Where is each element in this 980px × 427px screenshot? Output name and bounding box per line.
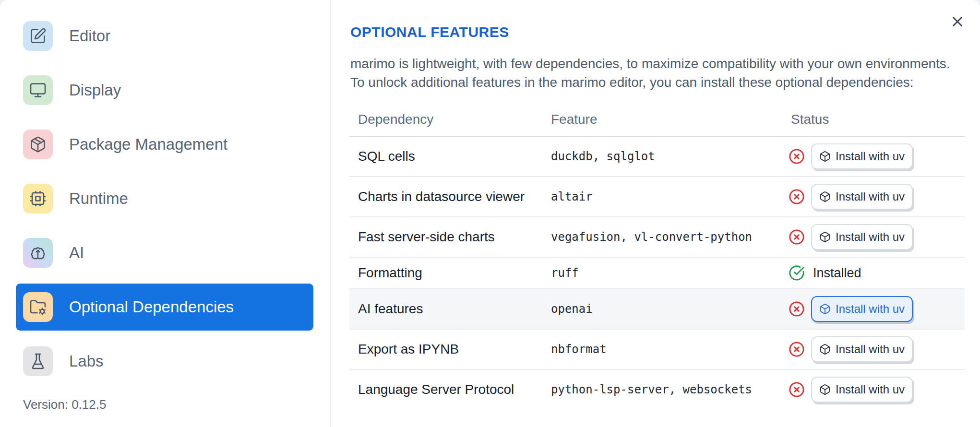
- sidebar-item-label: AI: [69, 244, 84, 262]
- settings-dialog: Editor Display Package Management Runtim…: [0, 0, 980, 427]
- sidebar-item-editor[interactable]: Editor: [16, 12, 313, 59]
- cpu-icon: [23, 184, 53, 214]
- sidebar-item-label: Editor: [69, 27, 110, 45]
- table-row: Export as IPYNB nbformat Install with uv: [349, 330, 965, 370]
- status-cell: Install with uv: [788, 296, 965, 322]
- column-header-status: Status: [788, 112, 965, 127]
- status-cell: Install with uv: [788, 143, 965, 169]
- table-row: Fast server-side charts vegafusion, vl-c…: [349, 217, 965, 258]
- feature-cell: ruff: [551, 266, 579, 280]
- sidebar-item-ai[interactable]: AI: [16, 229, 313, 276]
- feature-cell: python-lsp-server, websockets: [551, 383, 752, 396]
- sidebar-item-label: Labs: [69, 352, 104, 370]
- optional-features-table: Dependency Feature Status SQL cells duck…: [349, 103, 965, 409]
- sidebar-item-label: Display: [69, 81, 121, 99]
- dependency-cell: Language Server Protocol: [358, 382, 514, 397]
- status-cell: Install with uv: [788, 377, 965, 403]
- sidebar-item-label: Runtime: [69, 190, 128, 208]
- column-header-dependency: Dependency: [349, 112, 551, 127]
- box-icon: [819, 384, 831, 395]
- feature-cell: duckdb, sqlglot: [551, 150, 655, 163]
- install-button-label: Install with uv: [836, 230, 905, 244]
- table-row: Formatting ruff Installed: [349, 258, 965, 289]
- description-line: To unlock additional features in the mar…: [350, 73, 950, 92]
- status-missing-icon: [788, 228, 805, 246]
- status-missing-icon: [788, 381, 805, 398]
- table-row: SQL cells duckdb, sqlglot Install with u…: [349, 137, 965, 177]
- status-missing-icon: [788, 300, 805, 318]
- panel-description: marimo is lightweight, with few dependen…: [350, 54, 950, 92]
- feature-cell: altair: [551, 190, 593, 203]
- install-button-label: Install with uv: [836, 343, 905, 356]
- sidebar-nav: Editor Display Package Management Runtim…: [16, 12, 313, 392]
- box-icon: [819, 344, 831, 355]
- table-row: Language Server Protocol python-lsp-serv…: [349, 370, 965, 409]
- sidebar-item-display[interactable]: Display: [16, 67, 313, 114]
- feature-cell: nbformat: [551, 343, 607, 356]
- folder-cog-icon: [23, 292, 53, 322]
- table-body: SQL cells duckdb, sqlglot Install with u…: [349, 137, 965, 409]
- table-row: Charts in datasource viewer altair Insta…: [349, 177, 965, 217]
- status-installed-icon: [788, 264, 805, 282]
- box-icon: [819, 151, 831, 162]
- settings-sidebar: Editor Display Package Management Runtim…: [0, 0, 331, 427]
- table-header-row: Dependency Feature Status: [349, 103, 965, 137]
- dependency-cell: AI features: [358, 301, 423, 316]
- page-title: OPTIONAL FEATURES: [350, 24, 509, 40]
- status-cell: Installed: [788, 264, 965, 282]
- box-icon: [819, 231, 831, 243]
- status-cell: Install with uv: [788, 224, 965, 250]
- install-with-uv-button[interactable]: Install with uv: [811, 296, 913, 322]
- install-with-uv-button[interactable]: Install with uv: [811, 184, 913, 210]
- install-button-label: Install with uv: [836, 150, 905, 163]
- status-missing-icon: [788, 188, 805, 205]
- install-with-uv-button[interactable]: Install with uv: [811, 143, 913, 169]
- sidebar-item-label: Optional Dependencies: [69, 298, 234, 316]
- install-button-label: Install with uv: [836, 383, 905, 396]
- dependency-cell: Export as IPYNB: [358, 342, 459, 356]
- monitor-icon: [23, 75, 53, 105]
- status-missing-icon: [788, 341, 805, 358]
- column-header-feature: Feature: [551, 112, 788, 127]
- install-button-label: Install with uv: [836, 302, 905, 316]
- dependency-cell: SQL cells: [358, 149, 415, 164]
- sidebar-item-package-management[interactable]: Package Management: [16, 121, 313, 168]
- optional-features-panel: OPTIONAL FEATURES marimo is lightweight,…: [331, 0, 980, 427]
- dependency-cell: Formatting: [358, 265, 422, 280]
- sidebar-item-labs[interactable]: Labs: [16, 338, 313, 385]
- feature-cell: openai: [551, 302, 593, 316]
- status-cell: Install with uv: [788, 184, 965, 210]
- feature-cell: vegafusion, vl-convert-python: [551, 230, 752, 244]
- package-icon: [23, 130, 53, 159]
- install-with-uv-button[interactable]: Install with uv: [811, 336, 913, 362]
- description-line: marimo is lightweight, with few dependen…: [350, 54, 950, 73]
- brain-icon: [23, 238, 53, 268]
- box-icon: [819, 191, 831, 202]
- sidebar-item-label: Package Management: [69, 135, 227, 154]
- install-with-uv-button[interactable]: Install with uv: [811, 224, 913, 250]
- close-button[interactable]: [947, 12, 968, 32]
- square-pen-icon: [23, 21, 53, 51]
- flask-icon: [23, 346, 53, 376]
- sidebar-item-optional-dependencies[interactable]: Optional Dependencies: [16, 284, 313, 331]
- status-missing-icon: [788, 148, 805, 165]
- install-with-uv-button[interactable]: Install with uv: [811, 377, 913, 403]
- close-icon: [949, 13, 966, 30]
- dependency-cell: Fast server-side charts: [358, 229, 495, 244]
- installed-label: Installed: [813, 266, 861, 281]
- sidebar-item-runtime[interactable]: Runtime: [16, 175, 313, 222]
- install-button-label: Install with uv: [836, 190, 905, 203]
- box-icon: [819, 303, 831, 315]
- dependency-cell: Charts in datasource viewer: [358, 189, 525, 204]
- table-row: AI features openai Install with uv: [349, 289, 965, 330]
- version-label: Version: 0.12.5: [23, 397, 106, 412]
- status-cell: Install with uv: [788, 336, 965, 362]
